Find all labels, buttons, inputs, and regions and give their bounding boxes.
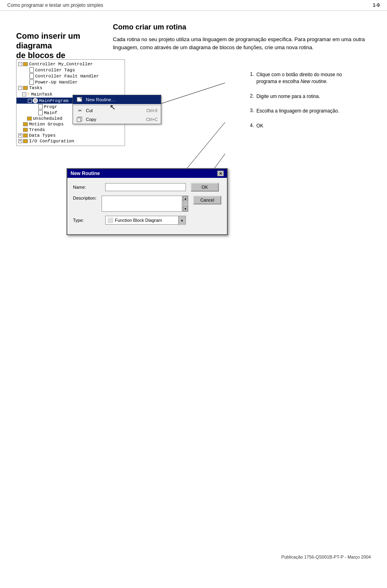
tree-label: Motion Groups [29,122,64,127]
page-icon [38,104,43,109]
menu-shortcut: Ctrl+C [146,117,158,122]
new-routine-dialog: New Routine ✕ Name: OK Description: [67,168,228,235]
dialog-buttons: OK [191,183,219,192]
spacer [25,68,29,72]
right-heading: Como criar um rotina [113,23,371,31]
context-menu-label: New Routine… [86,97,158,102]
menu-separator [73,105,161,105]
dialog-name-label: Name: [73,185,105,190]
tree-label: Progr [44,104,57,109]
dialog-description-row: Description: ▲ ▼ Cancel [73,196,221,212]
footer-text: Publicação 1756-QS001B-PT-P - Março 2004 [281,555,371,559]
annotation-1: 1. Clique com o botão direito do mouse n… [250,71,363,85]
new-routine-icon [76,96,83,103]
dialog-scrollbar: ▲ ▼ [183,196,188,212]
dialog-cancel-button[interactable]: Cancel [193,196,221,204]
context-menu-label: Cut [86,108,146,113]
expander-icon[interactable]: + [18,133,22,138]
folder-icon [23,122,28,126]
right-column: Como criar um rotina Cada rotina no seu … [113,23,371,51]
annotation-text: OK [256,123,263,129]
annotation-area: 1. Clique com o botão direito do mouse n… [250,71,363,138]
footer: Publicação 1756-QS001B-PT-P - Março 2004 [0,555,387,559]
select-dropdown-arrow[interactable]: ▼ [178,216,185,225]
tree-label: Mainf [44,111,57,115]
scroll-up-button[interactable]: ▲ [183,196,188,201]
tree-label: Tasks [29,85,42,90]
spacer [18,128,22,132]
tree-label: MainProgram [39,98,69,103]
dialog-cancel-area: Cancel [193,196,221,204]
context-menu: New Routine… ✂ Cut Ctrl+X Copy Ctrl+C [73,95,161,124]
tree-item[interactable]: + Data Types [17,133,125,138]
spacer [18,122,22,126]
folder-icon [23,133,28,138]
dialog-type-select[interactable]: ⬜ Function Block Diagram ▼ [105,216,186,225]
dialog-description-label: Description: [73,196,102,200]
left-heading-line1: Como inserir um diagrama [16,31,80,50]
annotation-2: 2. Digite um nome para a rotina. [250,93,363,100]
mouse-cursor: ↖ [110,103,114,110]
tree-label: Controller My_Controller [29,62,93,67]
dialog-body: Name: OK Description: ▲ ▼ [67,178,227,234]
spacer [25,80,29,84]
dialog-ok-button[interactable]: OK [191,183,219,192]
tree-item[interactable]: + I/O Configuration [17,138,125,144]
tree-item[interactable]: Controller Tags [17,67,125,73]
page-icon [29,79,34,85]
tree-label: Controller Fault Handler [35,74,99,79]
copy-icon [76,116,83,123]
expander-icon[interactable]: - [18,62,22,66]
description-input-area: ▲ ▼ [102,196,188,212]
annotation-3: 3. Escolha a linguagem de programação. [250,108,363,115]
dialog-description-textarea[interactable] [102,196,182,212]
dialog-type-label: Type: [73,218,105,223]
lightning-icon: ⚡ [27,91,30,97]
spacer [25,74,29,78]
annotation-number: 2. [250,93,254,100]
annotation-number: 3. [250,108,254,115]
page-icon [29,67,34,73]
header: Como programar e testar um projeto simpl… [0,0,387,11]
svg-rect-6 [77,118,81,122]
tree-item[interactable]: Controller Fault Handler [17,73,125,79]
gear-icon [33,98,38,103]
dialog-name-row: Name: OK [73,183,221,192]
expander-icon[interactable]: + [18,139,22,143]
svg-line-0 [158,83,225,105]
folder-icon [23,128,28,132]
spacer [22,117,26,121]
context-menu-item-cut[interactable]: ✂ Cut Ctrl+X [73,106,161,115]
page-icon [29,73,34,79]
dialog-titlebar: New Routine ✕ [67,169,227,178]
page-icon [38,110,43,115]
tree-label: Data Types [29,133,56,138]
tree-label: MainTask [31,92,52,97]
tree-label: Power-Up Handler [35,80,78,85]
expander-icon[interactable]: - [18,86,22,90]
tree-item[interactable]: Trends [17,127,125,133]
annotation-4: 4. OK [250,123,363,129]
annotation-text: Digite um nome para a rotina. [256,93,320,100]
dialog-title: New Routine [71,171,100,176]
tree-item[interactable]: - Controller My_Controller [17,61,125,67]
scroll-down-button[interactable]: ▼ [183,206,188,211]
context-menu-item-new-routine[interactable]: New Routine… [73,95,161,104]
menu-shortcut: Ctrl+X [146,108,158,113]
tree-item[interactable]: Power-Up Handler [17,79,125,85]
dialog-name-input[interactable] [105,183,186,191]
right-text-paragraph1: Cada rotina no seu projeto utiliza uma l… [113,35,371,51]
header-title: Como programar e testar um projeto simpl… [7,2,103,8]
expander-icon[interactable]: - [22,92,26,96]
tree-label: Unscheduled [33,116,62,121]
context-menu-item-copy[interactable]: Copy Ctrl+C [73,115,161,124]
context-menu-label: Copy [86,117,146,122]
tree-label: Controller Tags [35,68,75,73]
annotation-number: 4. [250,123,254,129]
scissors-icon: ✂ [76,107,83,114]
dialog-close-button[interactable]: ✕ [217,171,224,176]
tree-item[interactable]: - Tasks [17,85,125,91]
expander-icon[interactable]: - [28,99,32,103]
function-block-icon: ⬜ [107,217,113,223]
folder-icon [23,86,28,90]
